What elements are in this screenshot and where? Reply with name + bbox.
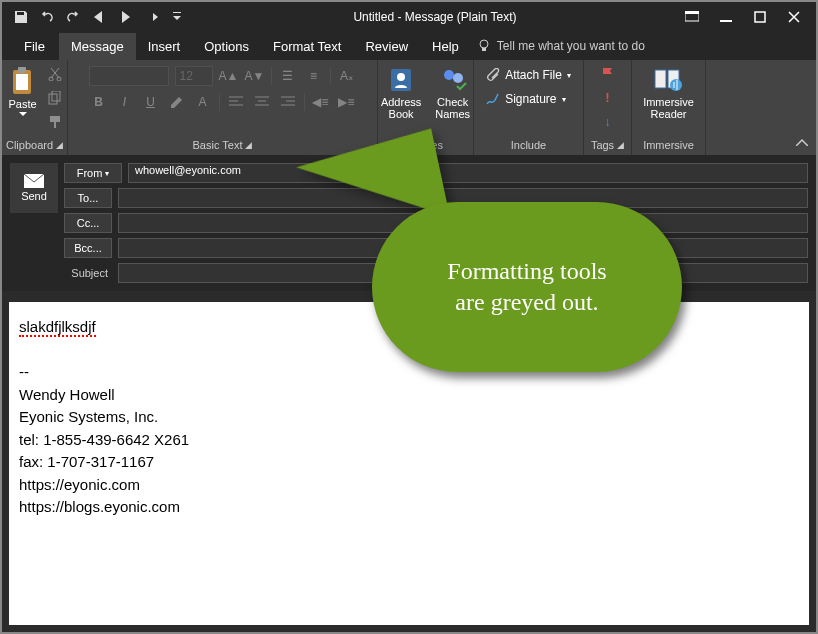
menu-options[interactable]: Options: [192, 33, 261, 60]
dialog-launcher-icon[interactable]: ◢: [245, 140, 252, 150]
group-include: Attach File▾ Signature▾ Include: [474, 60, 584, 155]
immersive-label: Immersive: [643, 139, 694, 151]
paperclip-icon: [486, 68, 500, 82]
subject-field[interactable]: [118, 263, 808, 283]
dialog-launcher-icon[interactable]: ◢: [617, 140, 624, 150]
maximize-icon[interactable]: [752, 9, 768, 25]
signature-name: Wendy Howell: [19, 386, 115, 403]
high-importance-icon[interactable]: !: [598, 88, 618, 108]
lightbulb-icon: [477, 39, 491, 53]
group-clipboard: Paste Clipboard◢: [2, 60, 68, 155]
subject-label: Subject: [64, 267, 112, 279]
previous-icon[interactable]: [90, 8, 108, 26]
italic-icon: I: [115, 92, 135, 112]
window-title: Untitled - Message (Plain Text): [186, 10, 684, 24]
menu-bar: File Message Insert Options Format Text …: [2, 32, 816, 60]
font-size-select: 12: [175, 66, 213, 86]
forward-icon[interactable]: [142, 8, 160, 26]
minimize-icon[interactable]: [718, 9, 734, 25]
group-basic-text: 12 A▲ A▼ ☰ ≡ Aₓ B I U A ◀≡: [68, 60, 378, 155]
to-field[interactable]: [118, 188, 808, 208]
signature-icon: [486, 92, 500, 106]
signature-fax: fax: 1-707-317-1167: [19, 453, 154, 470]
cut-icon: [45, 64, 65, 84]
menu-file[interactable]: File: [10, 33, 59, 60]
check-names-button[interactable]: Check Names: [431, 64, 474, 122]
chevron-down-icon: ▾: [105, 169, 109, 178]
svg-rect-11: [49, 94, 57, 104]
chevron-down-icon: [19, 112, 27, 116]
qat-customize-icon[interactable]: [168, 8, 186, 26]
from-button[interactable]: From▾: [64, 163, 122, 183]
close-icon[interactable]: [786, 9, 802, 25]
ribbon-display-icon[interactable]: [684, 9, 700, 25]
svg-rect-7: [18, 67, 26, 73]
underline-icon: U: [141, 92, 161, 112]
bcc-field[interactable]: [118, 238, 808, 258]
highlight-icon: [167, 92, 187, 112]
numbering-icon: ≡: [304, 66, 324, 86]
from-field[interactable]: whowell@eyonic.com: [128, 163, 808, 183]
menu-format-text[interactable]: Format Text: [261, 33, 353, 60]
align-left-icon: [226, 92, 246, 112]
dialog-launcher-icon[interactable]: ◢: [56, 140, 63, 150]
svg-rect-8: [16, 74, 28, 90]
cc-button[interactable]: Cc...: [64, 213, 112, 233]
group-names: Address Book Check Names Names: [378, 60, 474, 155]
signature-button[interactable]: Signature▾: [486, 88, 565, 110]
svg-rect-14: [54, 122, 56, 128]
message-body[interactable]: slakdfjlksdjf -- Wendy Howell Eyonic Sys…: [9, 302, 809, 625]
tell-me-search[interactable]: Tell me what you want to do: [477, 39, 645, 53]
redo-icon[interactable]: [64, 8, 82, 26]
basic-text-label: Basic Text: [193, 139, 243, 151]
undo-icon[interactable]: [38, 8, 56, 26]
menu-message[interactable]: Message: [59, 33, 136, 60]
send-button[interactable]: Send: [10, 163, 58, 213]
ribbon: Paste Clipboard◢ 12 A▲ A▼ ☰ ≡ Aₓ: [2, 60, 816, 155]
title-bar: Untitled - Message (Plain Text): [2, 2, 816, 32]
check-names-icon: [439, 66, 467, 94]
attach-file-button[interactable]: Attach File▾: [486, 64, 571, 86]
paste-label: Paste: [8, 98, 36, 110]
message-header: Send From▾ whowell@eyonic.com To... Cc..…: [2, 155, 816, 291]
collapse-ribbon-icon[interactable]: [796, 135, 808, 149]
window-controls: [684, 9, 816, 25]
bcc-button[interactable]: Bcc...: [64, 238, 112, 258]
next-icon[interactable]: [116, 8, 134, 26]
decrease-indent-icon: ◀≡: [311, 92, 331, 112]
bullets-icon: ☰: [278, 66, 298, 86]
svg-rect-5: [482, 48, 486, 51]
menu-review[interactable]: Review: [353, 33, 420, 60]
copy-icon: [45, 88, 65, 108]
signature-company: Eyonic Systems, Inc.: [19, 408, 158, 425]
quick-access-toolbar: [2, 8, 186, 26]
shrink-font-icon: A▼: [245, 66, 265, 86]
grow-font-icon: A▲: [219, 66, 239, 86]
signature-separator: --: [19, 363, 29, 380]
immersive-reader-button[interactable]: Immersive Reader: [639, 64, 698, 122]
svg-point-16: [397, 73, 405, 81]
svg-rect-13: [50, 116, 60, 122]
signature-url2: https://blogs.eyonic.com: [19, 498, 180, 515]
envelope-icon: [24, 174, 44, 188]
paste-button[interactable]: Paste: [4, 64, 40, 118]
save-icon[interactable]: [12, 8, 30, 26]
low-importance-icon[interactable]: ↓: [598, 112, 618, 132]
to-button[interactable]: To...: [64, 188, 112, 208]
chevron-down-icon: ▾: [567, 71, 571, 80]
group-immersive: Immersive Reader Immersive: [632, 60, 706, 155]
svg-rect-12: [52, 91, 60, 101]
address-book-icon: [387, 66, 415, 94]
group-tags: ! ↓ Tags◢: [584, 60, 632, 155]
menu-help[interactable]: Help: [420, 33, 471, 60]
menu-insert[interactable]: Insert: [136, 33, 193, 60]
address-book-button[interactable]: Address Book: [377, 64, 425, 122]
chevron-down-icon: ▾: [562, 95, 566, 104]
svg-rect-2: [720, 20, 732, 22]
tags-label: Tags: [591, 139, 614, 151]
follow-up-icon[interactable]: [598, 64, 618, 84]
names-label: Names: [408, 139, 443, 151]
align-right-icon: [278, 92, 298, 112]
format-painter-icon: [45, 112, 65, 132]
cc-field[interactable]: [118, 213, 808, 233]
